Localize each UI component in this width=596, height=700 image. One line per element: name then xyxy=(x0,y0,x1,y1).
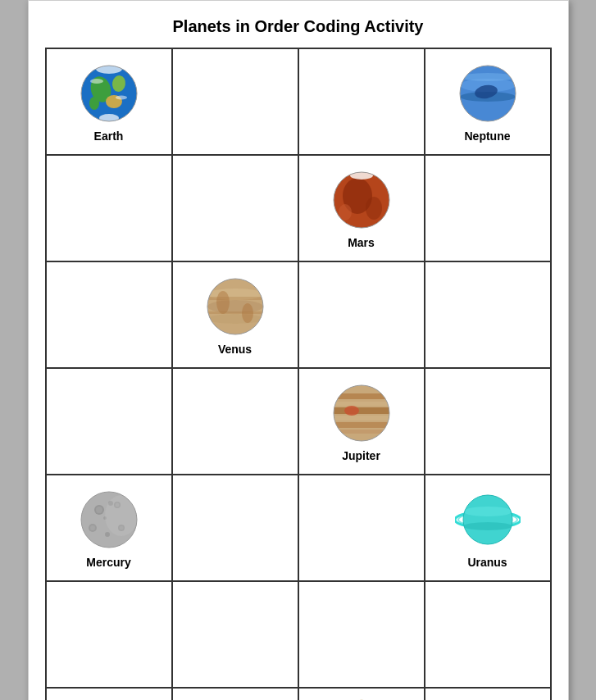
uranus-label: Uranus xyxy=(467,556,507,569)
svg-rect-38 xyxy=(334,402,389,406)
cell-mercury: Mercury xyxy=(47,475,173,582)
cell-empty-r6c1 xyxy=(173,689,299,700)
cell-empty-r4c2 xyxy=(299,475,425,582)
cell-empty-r3c0 xyxy=(47,369,173,475)
cell-venus: Venus xyxy=(173,262,299,369)
svg-point-9 xyxy=(116,96,127,100)
svg-point-30 xyxy=(216,291,230,314)
svg-rect-40 xyxy=(334,416,389,420)
svg-rect-41 xyxy=(334,422,389,428)
cell-start: Start xyxy=(47,689,173,700)
cell-empty-r6c3 xyxy=(425,689,552,700)
svg-point-8 xyxy=(90,79,103,84)
cell-uranus: Uranus xyxy=(425,475,552,582)
neptune-planet xyxy=(455,61,521,126)
mars-label: Mars xyxy=(348,236,375,249)
cell-empty-r5c0 xyxy=(47,582,173,689)
cell-empty-r2c2 xyxy=(299,262,425,369)
svg-rect-32 xyxy=(207,297,263,300)
mars-planet xyxy=(329,167,394,233)
neptune-label: Neptune xyxy=(465,130,511,143)
svg-point-43 xyxy=(344,406,359,416)
planet-grid: Earth Nep xyxy=(45,48,552,700)
svg-point-21 xyxy=(366,197,382,220)
cell-neptune: Neptune xyxy=(425,49,552,156)
saturn-planet xyxy=(321,693,403,700)
cell-empty-r1c3 xyxy=(425,156,552,262)
jupiter-label: Jupiter xyxy=(342,449,380,462)
svg-point-29 xyxy=(207,314,263,324)
svg-point-64 xyxy=(463,507,512,516)
cell-saturn: Saturn xyxy=(299,689,425,700)
svg-rect-37 xyxy=(334,393,389,399)
svg-point-48 xyxy=(96,507,102,513)
uranus-planet xyxy=(455,487,521,552)
svg-point-55 xyxy=(105,532,110,537)
cell-earth: Earth xyxy=(47,49,173,156)
mercury-label: Mercury xyxy=(86,556,130,569)
cell-empty-r5c1 xyxy=(173,582,299,689)
earth-label: Earth xyxy=(94,130,124,143)
cell-empty-r1c1 xyxy=(173,156,299,262)
earth-planet xyxy=(76,61,142,126)
cell-empty-r0c2 xyxy=(299,49,425,156)
page: Planets in Order Coding Activity xyxy=(28,0,569,700)
page-title: Planets in Order Coding Activity xyxy=(45,17,552,36)
svg-point-5 xyxy=(89,97,99,110)
svg-point-28 xyxy=(207,300,263,313)
cell-empty-r2c0 xyxy=(47,262,173,369)
cell-empty-r4c1 xyxy=(173,475,299,582)
venus-planet xyxy=(202,274,268,339)
cell-empty-r0c1 xyxy=(173,49,299,156)
cell-empty-r1c0 xyxy=(47,156,173,262)
mercury-planet xyxy=(76,487,142,552)
svg-rect-33 xyxy=(207,311,263,314)
svg-point-58 xyxy=(105,495,138,536)
venus-label: Venus xyxy=(218,343,252,356)
cell-empty-r5c3 xyxy=(425,582,552,689)
cell-empty-r2c3 xyxy=(425,262,552,369)
svg-point-65 xyxy=(463,522,512,530)
cell-jupiter: Jupiter xyxy=(299,369,425,475)
cell-empty-r5c2 xyxy=(299,582,425,689)
cell-mars: Mars xyxy=(299,156,425,262)
cell-empty-r3c3 xyxy=(425,369,552,475)
cell-empty-r3c1 xyxy=(173,369,299,475)
svg-rect-39 xyxy=(334,407,389,414)
jupiter-planet xyxy=(329,380,394,446)
svg-point-16 xyxy=(460,73,516,81)
svg-point-52 xyxy=(90,525,95,530)
